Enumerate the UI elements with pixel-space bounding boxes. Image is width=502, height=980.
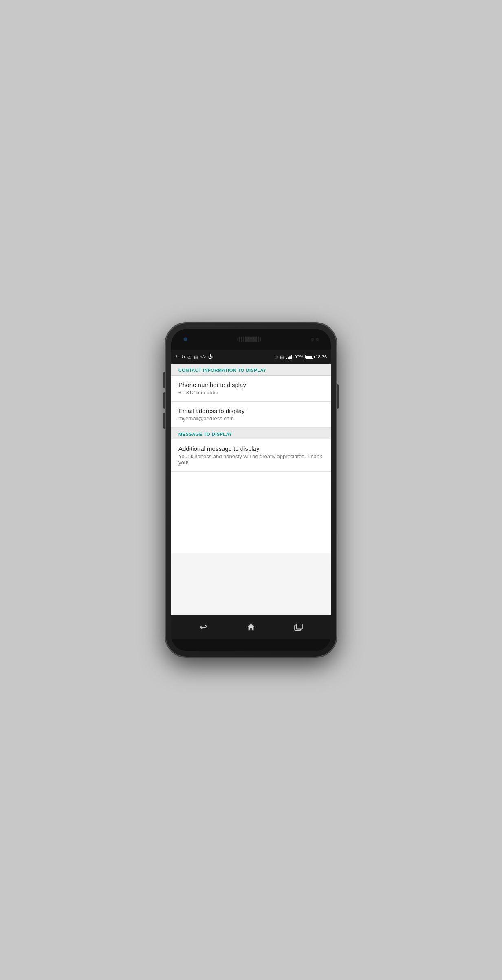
svg-rect-1 xyxy=(297,624,302,629)
sensor-dot-1 xyxy=(311,338,314,341)
status-bar: ↻ ↻ ◎ ▤ </> ⏻ ⊡ ▤ 90% xyxy=(171,350,331,364)
cast-icon: ⊡ xyxy=(274,355,278,359)
signal-bar-1 xyxy=(286,358,287,359)
screen-content: CONTACT INFORMATION TO DISPLAY Phone num… xyxy=(171,364,331,615)
code-icon: </> xyxy=(200,355,206,359)
vibrate-icon: ▤ xyxy=(280,355,284,359)
battery-percent: 90% xyxy=(294,355,303,359)
signal-bar-2 xyxy=(288,357,289,359)
content-area[interactable]: CONTACT INFORMATION TO DISPLAY Phone num… xyxy=(171,364,331,615)
signal-bar-3 xyxy=(289,356,291,359)
sensor-dots xyxy=(311,338,319,341)
back-icon: ↩ xyxy=(200,622,207,633)
additional-message-value: Your kindness and honesty will be greatl… xyxy=(178,453,324,466)
contact-info-section-header: CONTACT INFORMATION TO DISPLAY xyxy=(171,364,331,376)
sync2-icon: ↻ xyxy=(181,355,185,359)
navigation-bar: ↩ xyxy=(171,615,331,639)
status-icons-left: ↻ ↻ ◎ ▤ </> ⏻ xyxy=(175,355,213,359)
home-button[interactable] xyxy=(241,619,261,635)
phone-number-label: Phone number to display xyxy=(178,381,324,388)
earpiece-speaker xyxy=(237,337,262,342)
signal-bar-4 xyxy=(291,355,292,359)
phone-number-item[interactable]: Phone number to display +1 312 555 5555 xyxy=(171,376,331,402)
empty-content-area xyxy=(171,472,331,553)
recents-icon xyxy=(294,624,303,631)
status-icons-right: ⊡ ▤ 90% 18:36 xyxy=(274,354,327,359)
location-icon: ◎ xyxy=(187,355,192,359)
home-icon xyxy=(247,623,255,632)
recents-button[interactable] xyxy=(288,619,309,635)
contact-info-title: CONTACT INFORMATION TO DISPLAY xyxy=(178,368,324,373)
email-address-item[interactable]: Email address to display myemail@address… xyxy=(171,402,331,428)
power-icon: ⏻ xyxy=(208,355,213,359)
phone-number-value: +1 312 555 5555 xyxy=(178,389,324,396)
sync-icon: ↻ xyxy=(175,355,179,359)
message-section-title: MESSAGE TO DISPLAY xyxy=(178,432,324,437)
phone-screen-area: ↻ ↻ ◎ ▤ </> ⏻ ⊡ ▤ 90% xyxy=(171,329,331,651)
additional-message-item[interactable]: Additional message to display Your kindn… xyxy=(171,439,331,472)
email-address-label: Email address to display xyxy=(178,407,324,414)
top-bezel xyxy=(171,329,331,350)
sensor-dot-2 xyxy=(316,338,319,341)
additional-message-label: Additional message to display xyxy=(178,445,324,452)
signal-strength xyxy=(286,354,292,359)
message-section-header: MESSAGE TO DISPLAY xyxy=(171,428,331,439)
back-button[interactable]: ↩ xyxy=(193,619,214,635)
layers-icon: ▤ xyxy=(194,355,198,359)
bottom-bezel xyxy=(171,639,331,651)
front-camera xyxy=(183,337,187,341)
email-address-value: myemail@address.com xyxy=(178,415,324,422)
battery-icon xyxy=(305,355,313,359)
phone-device: ↻ ↻ ◎ ▤ </> ⏻ ⊡ ▤ 90% xyxy=(165,323,337,657)
clock: 18:36 xyxy=(315,355,327,359)
